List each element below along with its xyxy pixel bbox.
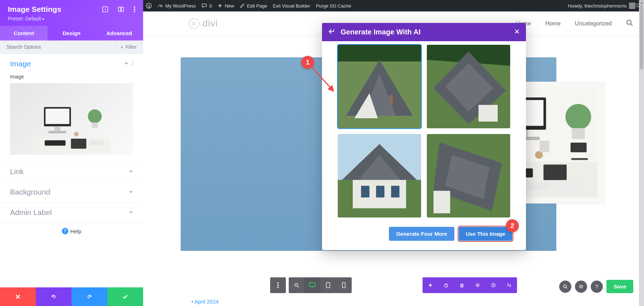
undo-button[interactable]	[36, 287, 72, 306]
desktop-icon	[309, 282, 316, 288]
image-preview[interactable]	[10, 83, 133, 155]
toolbar-gear[interactable]	[470, 277, 486, 293]
power-icon	[444, 283, 449, 288]
section-link-header[interactable]: Link	[0, 162, 143, 182]
wp-new[interactable]: New	[218, 3, 234, 9]
svg-point-8	[132, 63, 133, 64]
plus-icon	[218, 3, 223, 8]
redo-button[interactable]	[72, 287, 107, 306]
snap-icon[interactable]	[118, 6, 124, 12]
help-icon: ?	[62, 228, 68, 234]
svg-point-55	[477, 285, 478, 286]
svg-line-26	[631, 24, 633, 26]
generated-image-3[interactable]	[338, 134, 421, 217]
svg-point-33	[566, 104, 591, 130]
svg-point-20	[74, 132, 78, 137]
help-row[interactable]: ? Help	[0, 223, 143, 239]
wp-purge-label: Purge SG Cache	[316, 3, 351, 9]
wp-howdy[interactable]: Howdy, thechristophermorris	[568, 3, 635, 9]
page-scrollbar[interactable]: ▲	[639, 0, 644, 306]
settings-tabs: Content Design Advanced	[0, 26, 143, 40]
wp-edit[interactable]: Edit Page	[240, 3, 267, 9]
toolbar-menu[interactable]	[270, 277, 286, 293]
generated-image-2[interactable]	[427, 45, 510, 128]
generate-image-modal: Generate Image With AI	[322, 23, 526, 250]
scrollbar-thumb[interactable]	[640, 5, 643, 70]
tab-content[interactable]: Content	[0, 26, 48, 40]
plus-icon	[428, 283, 433, 288]
modal-back-button[interactable]	[328, 29, 336, 36]
toolbar-sort[interactable]	[501, 277, 517, 293]
cancel-button[interactable]	[0, 287, 36, 306]
tablet-icon	[326, 282, 331, 288]
toolbar-phone[interactable]	[336, 277, 352, 293]
wordpress-icon	[146, 3, 152, 9]
search-input[interactable]	[6, 44, 115, 50]
section-link-title: Link	[10, 167, 24, 176]
expand-icon[interactable]	[102, 6, 108, 12]
section-image-title: Image	[10, 59, 31, 68]
svg-rect-19	[89, 141, 103, 146]
comment-icon	[201, 3, 207, 9]
save-button[interactable]: Save	[606, 280, 633, 293]
bottom-right-controls: ? Save	[559, 280, 633, 293]
wp-purge-cache[interactable]: Purge SG Cache	[316, 3, 351, 9]
toolbar-power[interactable]	[438, 277, 454, 293]
wp-logo[interactable]	[146, 3, 152, 9]
site-logo[interactable]: D divi	[150, 18, 218, 29]
svg-point-47	[295, 283, 298, 286]
help-button[interactable]: ?	[591, 281, 603, 293]
use-image-button[interactable]: Use This Image	[459, 227, 512, 241]
generated-image-4[interactable]	[427, 134, 510, 217]
toolbar-trash[interactable]	[454, 277, 470, 293]
chevron-down-icon	[129, 209, 133, 216]
svg-line-82	[312, 67, 333, 91]
toolbar-zoom[interactable]	[289, 277, 304, 293]
wp-exit-builder[interactable]: Exit Visual Builder	[273, 3, 311, 9]
svg-rect-40	[556, 182, 582, 190]
wp-site-link[interactable]: My WordPress	[157, 3, 196, 9]
confirm-button[interactable]	[107, 287, 143, 306]
section-background-title: Background	[10, 188, 50, 196]
preset-dropdown[interactable]: Preset: Default	[8, 16, 135, 21]
toolbar-add[interactable]	[423, 277, 438, 293]
svg-rect-42	[571, 158, 588, 160]
quick-search[interactable]	[559, 281, 571, 293]
toolbar-desktop[interactable]	[304, 277, 320, 293]
tab-advanced[interactable]: Advanced	[96, 26, 143, 40]
generate-more-button[interactable]: Generate Four More	[389, 227, 454, 241]
nav-uncategorized[interactable]: Uncategorized	[575, 20, 612, 27]
svg-rect-17	[45, 140, 65, 145]
toolbar-history[interactable]	[486, 277, 501, 293]
section-admin-label-header[interactable]: Admin Label	[0, 202, 143, 223]
svg-point-9	[132, 64, 133, 66]
generated-image-1[interactable]	[338, 45, 421, 128]
scroll-up-arrow[interactable]: ▲	[639, 0, 644, 5]
zoom-icon	[294, 282, 299, 288]
desk-thumbnail	[29, 103, 115, 153]
filter-button[interactable]: + Filter	[115, 44, 137, 50]
logo-icon: D	[189, 18, 200, 29]
svg-point-25	[627, 20, 631, 24]
kebab-icon[interactable]	[132, 61, 133, 67]
callout-badge-2: 2	[506, 219, 519, 232]
wp-comments[interactable]: 0	[201, 3, 212, 9]
nav-search[interactable]	[626, 19, 633, 28]
svg-rect-13	[54, 126, 60, 131]
wp-new-label: New	[225, 3, 234, 9]
nav-home-2[interactable]: Home	[545, 20, 561, 27]
svg-point-46	[277, 287, 279, 288]
archive-link[interactable]: April 2024	[191, 298, 219, 305]
modal-header: Generate Image With AI	[322, 23, 526, 41]
section-background-header[interactable]: Background	[0, 182, 143, 202]
image-settings-panel: Image Settings Preset: Default Content D…	[0, 0, 143, 306]
layers-button[interactable]	[575, 281, 587, 293]
kebab-icon[interactable]	[134, 6, 135, 12]
pencil-icon	[240, 3, 245, 8]
svg-marker-69	[478, 105, 498, 122]
svg-point-4	[134, 6, 135, 8]
toolbar-tablet[interactable]	[320, 277, 336, 293]
tab-design[interactable]: Design	[48, 26, 95, 40]
modal-close-button[interactable]	[514, 28, 519, 36]
section-image-header[interactable]: Image	[0, 54, 143, 74]
